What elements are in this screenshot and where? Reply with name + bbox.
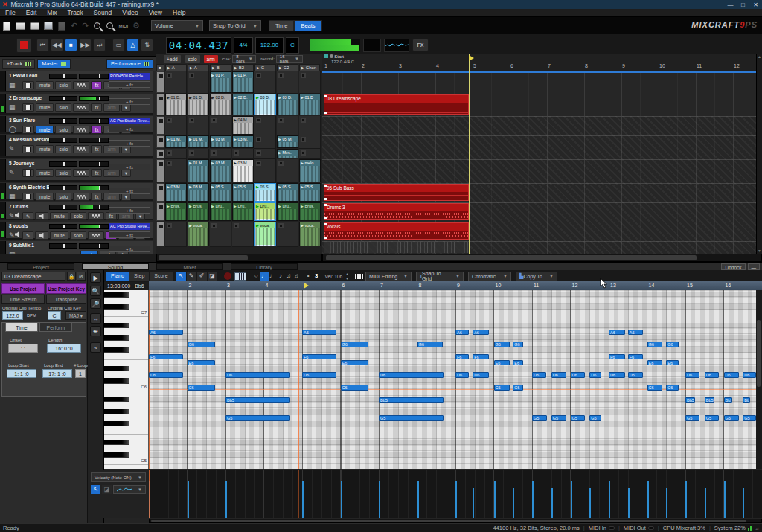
velocity-bar[interactable] bbox=[551, 488, 553, 518]
keyboard-button[interactable] bbox=[22, 193, 34, 201]
note-duration-0[interactable]: ○ bbox=[252, 272, 260, 281]
tab-step[interactable]: Step bbox=[129, 272, 149, 281]
redo-icon[interactable]: ↷ bbox=[82, 21, 89, 31]
timeline-clip[interactable]: 05 Sub Bass bbox=[324, 184, 469, 201]
grid-empty-cell[interactable] bbox=[254, 149, 276, 159]
midi-note[interactable]: Bb5 bbox=[225, 397, 290, 403]
grid-clip-cell[interactable]: ▶ 03 M. bbox=[188, 183, 209, 202]
tab-project[interactable]: Project bbox=[7, 263, 74, 270]
solo-button[interactable]: solo bbox=[55, 145, 71, 153]
track-name[interactable]: 4 Messiah Version 2 bbox=[9, 137, 55, 142]
automation-button[interactable] bbox=[73, 81, 89, 89]
grid-empty-cell[interactable] bbox=[210, 222, 231, 247]
velocity-bar[interactable] bbox=[494, 481, 496, 518]
grid-empty-cell[interactable] bbox=[188, 116, 209, 135]
midi-note[interactable]: G6 bbox=[647, 342, 662, 347]
clip-handle[interactable] bbox=[324, 217, 327, 219]
note-duration-3[interactable]: ♪ bbox=[277, 272, 285, 281]
zoom-in-button[interactable]: 🔍 bbox=[90, 286, 101, 296]
grid-clip-cell[interactable]: ▶ 01 D bbox=[299, 94, 321, 115]
black-key[interactable] bbox=[104, 335, 129, 340]
go-start-button[interactable]: ⏮ bbox=[36, 39, 49, 51]
black-key[interactable] bbox=[104, 409, 129, 414]
mute-button[interactable]: mute bbox=[36, 169, 54, 177]
grid-hscrollbar[interactable] bbox=[156, 254, 322, 262]
grid-empty-cell[interactable] bbox=[277, 71, 298, 94]
solo-button[interactable]: solo bbox=[70, 231, 86, 240]
grid-clip-cell[interactable]: ▶ voca. bbox=[254, 222, 276, 246]
midi-note[interactable]: E6 bbox=[494, 360, 510, 366]
velocity-bar[interactable] bbox=[417, 481, 419, 518]
go-end-button[interactable]: ⏭ bbox=[93, 39, 106, 51]
cue-dropdown[interactable]: 8 bars▼ bbox=[232, 55, 256, 63]
automation-button[interactable] bbox=[73, 193, 89, 201]
minimize-button[interactable]: — bbox=[724, 1, 737, 8]
pencil-button[interactable]: ✎ bbox=[22, 212, 33, 220]
fx-button[interactable]: fx bbox=[91, 103, 102, 112]
grid-clip-cell[interactable]: ▶ 03 M. bbox=[232, 135, 254, 148]
pan-slider[interactable] bbox=[79, 185, 109, 190]
keyboard-button[interactable] bbox=[22, 169, 34, 177]
velocity-lane[interactable] bbox=[149, 470, 762, 518]
midi-note[interactable]: G5 bbox=[571, 415, 585, 421]
clip-handle[interactable] bbox=[324, 223, 327, 225]
loop-button[interactable]: ▭ bbox=[112, 39, 125, 51]
pan-slider[interactable] bbox=[79, 118, 109, 124]
use-project-tempo-button[interactable]: Use Project Tempo bbox=[1, 283, 45, 294]
midi-note[interactable]: Bb5 bbox=[379, 397, 444, 403]
menu-help[interactable]: Help bbox=[167, 9, 190, 16]
maximize-button[interactable]: □ bbox=[737, 1, 749, 8]
undo-icon[interactable]: ↶ bbox=[71, 21, 77, 31]
timeline-clip[interactable]: vocals bbox=[324, 222, 469, 240]
grid-clip-cell[interactable]: ▶ 01 M. bbox=[188, 135, 209, 148]
tab-time[interactable]: Time bbox=[5, 322, 38, 332]
clip-key-field[interactable]: C bbox=[48, 311, 61, 320]
midi-note[interactable]: D6 bbox=[628, 372, 643, 378]
piano-grid-icon[interactable] bbox=[234, 272, 246, 281]
midi-note[interactable]: C6 bbox=[513, 385, 523, 391]
save-icon[interactable] bbox=[44, 22, 53, 30]
velocity-bar[interactable] bbox=[188, 481, 189, 518]
grid-column-header-A[interactable]: ▶A bbox=[165, 64, 187, 71]
black-key[interactable] bbox=[104, 378, 129, 383]
velocity-bar[interactable] bbox=[455, 481, 457, 518]
fast-forward-button[interactable]: ▶▶ bbox=[79, 39, 92, 51]
midi-note[interactable]: E6 bbox=[341, 360, 368, 366]
midi-note[interactable]: D6 bbox=[149, 372, 183, 378]
black-key[interactable] bbox=[104, 366, 129, 371]
grid-empty-cell[interactable] bbox=[277, 222, 298, 247]
scale-dropdown[interactable]: MAJ ▾ bbox=[65, 311, 86, 320]
grid-empty-cell[interactable] bbox=[165, 116, 187, 135]
menu-file[interactable]: File bbox=[0, 9, 21, 16]
pencil-button[interactable]: ✎ bbox=[22, 231, 33, 240]
grid-column-header-Chon[interactable]: ▶Chon bbox=[299, 64, 320, 71]
track-name[interactable]: 8 vocals bbox=[9, 223, 28, 228]
midi-note[interactable]: D6 bbox=[473, 372, 489, 378]
grid-empty-cell[interactable] bbox=[165, 222, 187, 247]
grid-clip-cell[interactable]: ▶ Dru.. bbox=[210, 202, 231, 221]
solo-button[interactable]: solo bbox=[55, 81, 71, 89]
grid-clip-cell[interactable]: ▶ 01 M. bbox=[188, 159, 209, 182]
solo-button[interactable]: solo bbox=[55, 193, 71, 201]
automation-button[interactable] bbox=[73, 145, 89, 153]
midi-note[interactable]: D6 bbox=[455, 372, 469, 378]
keyboard-button[interactable] bbox=[22, 81, 34, 89]
grid-stop-cell[interactable] bbox=[156, 94, 164, 115]
master-track-button[interactable]: Master bbox=[37, 59, 70, 69]
midi-note[interactable]: D6 bbox=[705, 372, 719, 378]
metronome-button[interactable]: △ bbox=[127, 39, 139, 51]
grid-clip-cell[interactable]: ▶ 05 S. bbox=[210, 183, 231, 202]
play-clip-button[interactable]: ▶ bbox=[90, 272, 101, 283]
volume-slider[interactable] bbox=[49, 96, 77, 101]
triplet-button[interactable]: 3 bbox=[313, 272, 321, 281]
pan-slider[interactable] bbox=[79, 161, 109, 167]
lock-icon[interactable]: 🔒 bbox=[67, 272, 76, 281]
velocity-type-dropdown[interactable]: Velocity (Note ON)▼ bbox=[91, 472, 146, 482]
grid-empty-cell[interactable] bbox=[299, 149, 321, 159]
grid-column-header-B[interactable]: ▶B bbox=[210, 64, 231, 71]
grid-empty-cell[interactable] bbox=[232, 222, 254, 247]
black-key[interactable] bbox=[104, 304, 129, 310]
track-name[interactable]: 9 SubMix 1 bbox=[9, 243, 34, 248]
grid-empty-cell[interactable] bbox=[254, 159, 276, 183]
zoom-out-button[interactable]: 🔎 bbox=[90, 298, 101, 309]
